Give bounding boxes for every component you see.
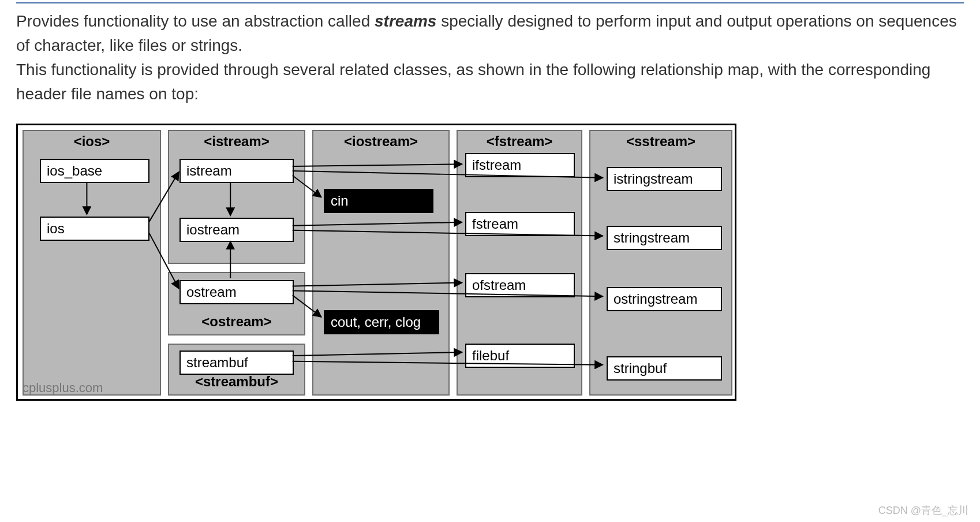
col-istream-title: <istream>	[169, 131, 304, 153]
intro-paragraph-1: Provides functionality to use an abstrac…	[16, 9, 964, 58]
streams-emphasis: streams	[375, 12, 436, 30]
box-ofstream: ofstream	[465, 273, 575, 297]
box-cin: cin	[324, 189, 433, 213]
col-fstream-title: <fstream>	[458, 131, 581, 153]
csdn-watermark: CSDN @青色_忘川	[878, 504, 968, 517]
box-stringbuf: stringbuf	[607, 356, 722, 381]
box-cout: cout, cerr, clog	[324, 310, 439, 334]
watermark: cplusplus.com	[23, 381, 103, 396]
stream-diagram: <ios> <istream> <ostream> <streambuf> <i…	[16, 124, 736, 401]
box-iostream-cls: iostream	[179, 218, 294, 242]
page-root: Provides functionality to use an abstrac…	[0, 2, 980, 522]
box-filebuf: filebuf	[465, 344, 575, 368]
intro-text-1a: Provides functionality to use an abstrac…	[16, 12, 375, 30]
col-ios-title: <ios>	[24, 131, 160, 153]
intro-paragraph-2: This functionality is provided through s…	[16, 58, 964, 106]
box-ios: ios	[40, 217, 149, 241]
col-sstream-title: <sstream>	[590, 131, 731, 153]
box-istream: istream	[179, 159, 294, 183]
box-ostream: ostream	[179, 280, 294, 304]
box-stringstream: stringstream	[607, 226, 722, 250]
box-fstream-cls: fstream	[465, 212, 575, 236]
col-ostream-title: <ostream>	[169, 311, 304, 333]
box-ostringstream: ostringstream	[607, 287, 722, 311]
col-iostream: <iostream>	[312, 130, 450, 396]
box-istringstream: istringstream	[607, 167, 722, 191]
top-rule	[16, 2, 964, 3]
box-ifstream: ifstream	[465, 153, 575, 177]
col-istream: <istream>	[168, 130, 305, 264]
col-iostream-title: <iostream>	[313, 131, 448, 153]
box-ios-base: ios_base	[40, 159, 149, 183]
box-streambuf: streambuf	[179, 351, 294, 375]
